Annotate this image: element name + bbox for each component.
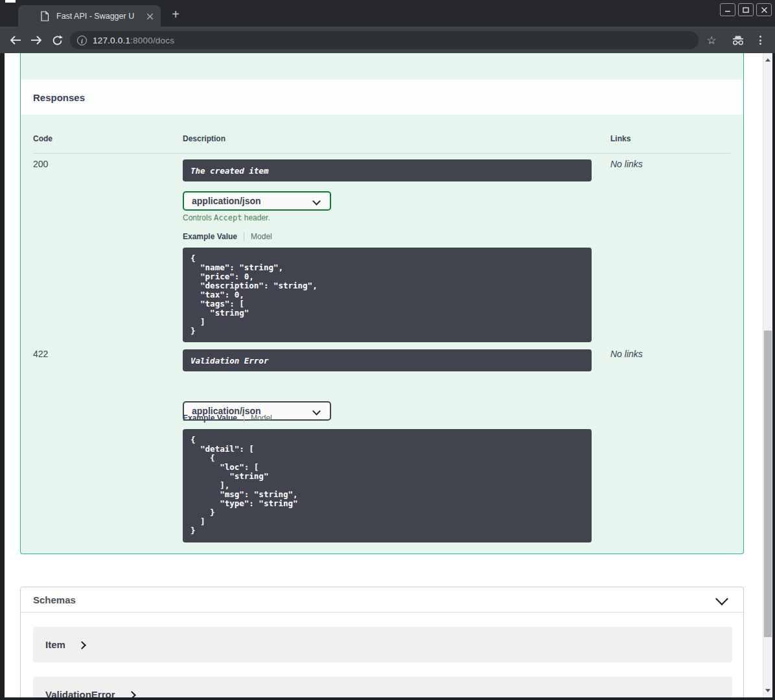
page-info-icon[interactable]: i [77, 36, 87, 45]
response-description-422: Validation Error [183, 349, 592, 371]
reload-icon [52, 35, 63, 46]
collapse-chevron-icon[interactable] [715, 592, 728, 605]
tab-model-200[interactable]: Model [251, 232, 272, 241]
scroll-down-icon[interactable] [765, 689, 770, 692]
model-item-name: Item [45, 639, 65, 650]
bookmark-star-icon: ☆ [706, 34, 716, 47]
col-header-links: Links [610, 134, 630, 143]
tab-example-value-422[interactable]: Example Value [183, 414, 237, 423]
response-description-200: The created item [183, 159, 592, 181]
example-model-tabs-200: Example Value Model [183, 232, 592, 241]
expand-chevron-icon [78, 641, 86, 649]
url-text: 127.0.0.1:8000/docs [93, 36, 174, 45]
model-validationerror[interactable]: ValidationError [33, 677, 732, 697]
close-button[interactable] [756, 3, 772, 16]
window-controls [720, 3, 772, 16]
responses-section-header: Responses [21, 80, 743, 115]
note-suffix: header. [242, 213, 270, 222]
browser-tab[interactable]: Fast API - Swagger UI [18, 5, 161, 27]
response-code-200: 200 [33, 159, 48, 169]
kebab-menu-icon [759, 36, 761, 45]
media-type-value-200: application/json [192, 196, 261, 206]
tab-divider [244, 232, 244, 241]
menu-button[interactable] [752, 32, 769, 49]
page-content: Responses Code Description Links 200 No … [5, 53, 772, 697]
example-model-tabs-422: Example Value Model [183, 414, 592, 423]
media-type-select-200[interactable]: application/json [183, 191, 331, 211]
scrollbar-thumb[interactable] [764, 331, 772, 637]
page-favicon-icon [40, 11, 49, 21]
accept-header-note: Controls Accept header. [183, 213, 592, 222]
maximize-button[interactable] [738, 3, 754, 16]
expand-chevron-icon [128, 691, 136, 697]
note-prefix: Controls [183, 213, 214, 222]
browser-window: Fast API - Swagger UI + [0, 0, 775, 700]
maximize-icon [743, 7, 749, 13]
new-tab-button[interactable]: + [168, 7, 183, 21]
tab-model-422[interactable]: Model [251, 414, 272, 423]
tab-divider [244, 414, 244, 423]
url-path: :8000/docs [130, 36, 174, 45]
note-accept: Accept [214, 213, 242, 222]
tab-example-value-200[interactable]: Example Value [183, 232, 237, 241]
tab-close-icon[interactable] [145, 11, 155, 21]
table-header-divider [33, 153, 730, 154]
response-links-200: No links [610, 159, 643, 169]
incognito-icon [731, 34, 745, 46]
col-header-description: Description [183, 134, 226, 143]
close-icon [761, 7, 767, 13]
model-validationerror-name: ValidationError [45, 689, 115, 697]
back-icon [10, 36, 21, 45]
opblock-responses: Responses Code Description Links 200 No … [20, 53, 744, 554]
responses-title: Responses [33, 92, 85, 103]
col-header-code: Code [33, 134, 52, 143]
window-corner-notch [5, 0, 16, 3]
schemas-section: Schemas Item ValidationError [20, 587, 744, 697]
forward-icon [30, 36, 42, 45]
response-code-422: 422 [33, 349, 48, 359]
titlebar: Fast API - Swagger UI + [0, 0, 775, 27]
schemas-title: Schemas [33, 594, 76, 605]
back-button[interactable] [7, 32, 24, 49]
scroll-up-icon[interactable] [765, 58, 770, 62]
url-host: 127.0.0.1 [93, 36, 130, 45]
tab-title: Fast API - Swagger UI [56, 12, 134, 21]
forward-button[interactable] [28, 32, 45, 49]
minimize-icon [724, 6, 731, 13]
schemas-header[interactable]: Schemas [21, 587, 743, 612]
chevron-down-icon [312, 197, 321, 205]
incognito-indicator[interactable] [730, 32, 746, 49]
minimize-button[interactable] [720, 3, 735, 16]
reload-button[interactable] [49, 32, 65, 49]
example-json-422: { "detail": [ { "loc": [ "string" ], "ms… [183, 429, 592, 542]
model-item[interactable]: Item [33, 627, 732, 662]
response-links-422: No links [610, 349, 643, 359]
vertical-scrollbar[interactable] [763, 53, 772, 697]
example-json-200: { "name": "string", "price": 0, "descrip… [183, 248, 592, 342]
browser-toolbar: i 127.0.0.1:8000/docs ☆ [0, 27, 775, 53]
bookmark-button[interactable]: ☆ [703, 32, 720, 49]
address-bar[interactable]: i 127.0.0.1:8000/docs [70, 31, 699, 49]
